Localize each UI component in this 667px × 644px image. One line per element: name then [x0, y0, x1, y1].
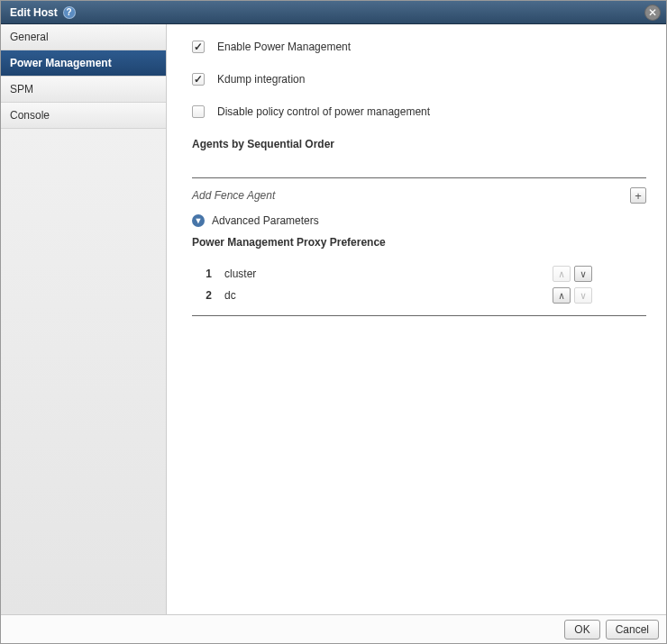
dialog-footer: OK Cancel: [1, 614, 666, 643]
proxy-row-index: 1: [192, 268, 224, 280]
tab-general[interactable]: General: [1, 24, 166, 50]
add-fence-agent-row: Add Fence Agent +: [192, 187, 646, 204]
close-icon[interactable]: ✕: [644, 5, 661, 21]
proxy-row-controls: ∧ ∨: [553, 287, 646, 304]
sidebar: General Power Management SPM Console: [1, 24, 167, 614]
proxy-row-index: 2: [192, 289, 224, 302]
enable-pm-label: Enable Power Management: [217, 41, 351, 53]
disable-policy-checkbox[interactable]: [192, 105, 205, 118]
proxy-preference-heading: Power Management Proxy Preference: [192, 236, 646, 249]
add-fence-agent-button[interactable]: +: [630, 187, 646, 204]
move-down-button[interactable]: ∨: [574, 287, 592, 304]
move-down-button[interactable]: ∨: [574, 266, 592, 282]
proxy-row-name: dc: [224, 289, 459, 302]
move-up-button[interactable]: ∧: [553, 287, 571, 304]
cancel-button[interactable]: Cancel: [606, 620, 659, 639]
agents-heading: Agents by Sequential Order: [192, 138, 646, 150]
proxy-table: 1 cluster ∧ ∨ 2 dc ∧ ∨: [192, 263, 646, 306]
tab-console[interactable]: Console: [1, 103, 166, 129]
disable-policy-label: Disable policy control of power manageme…: [217, 105, 430, 118]
dialog-title: Edit Host: [10, 6, 58, 19]
disable-policy-row: Disable policy control of power manageme…: [192, 105, 646, 118]
divider-agents: [192, 177, 646, 178]
proxy-row-name: cluster: [224, 268, 459, 280]
ok-button[interactable]: OK: [564, 620, 599, 639]
enable-pm-checkbox[interactable]: [192, 41, 205, 53]
proxy-row: 1 cluster ∧ ∨: [192, 263, 646, 285]
edit-host-dialog: Edit Host ? ✕ General Power Management S…: [0, 0, 667, 644]
enable-pm-row: Enable Power Management: [192, 41, 646, 53]
proxy-row: 2 dc ∧ ∨: [192, 285, 646, 306]
dialog-body: General Power Management SPM Console Ena…: [1, 24, 666, 614]
tab-power-management[interactable]: Power Management: [1, 50, 166, 77]
kdump-label: Kdump integration: [217, 73, 305, 86]
chevron-down-icon: ▼: [192, 214, 205, 227]
divider-proxy: [192, 315, 646, 316]
kdump-checkbox[interactable]: [192, 73, 205, 86]
sidebar-fill: [1, 129, 166, 614]
tab-spm[interactable]: SPM: [1, 77, 166, 103]
content-panel: Enable Power Management Kdump integratio…: [167, 24, 666, 614]
advanced-parameters-toggle[interactable]: ▼ Advanced Parameters: [192, 214, 646, 227]
proxy-row-controls: ∧ ∨: [553, 266, 646, 282]
add-fence-agent-label: Add Fence Agent: [192, 189, 275, 202]
move-up-button[interactable]: ∧: [553, 266, 571, 282]
kdump-row: Kdump integration: [192, 73, 646, 86]
help-icon[interactable]: ?: [63, 6, 76, 19]
advanced-parameters-label: Advanced Parameters: [212, 214, 319, 227]
title-bar: Edit Host ? ✕: [1, 1, 666, 24]
